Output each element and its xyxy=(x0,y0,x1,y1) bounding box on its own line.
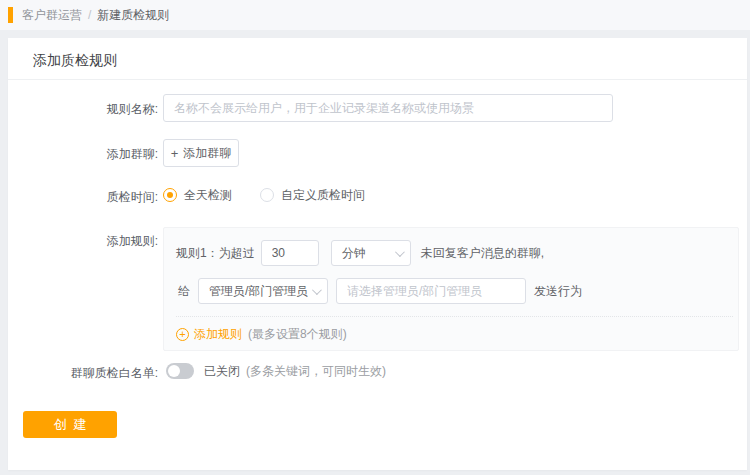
breadcrumb-section[interactable]: 客户群运营 xyxy=(22,7,82,24)
whitelist-row: 已关闭 (多条关键词，可同时生效) xyxy=(166,362,386,380)
breadcrumb-separator: / xyxy=(88,8,91,22)
rules-panel: 规则1：为超过 分钟 未回复客户消息的群聊, 给 管理员/部门管理员 发送行为 … xyxy=(163,227,739,351)
accent-bar-icon xyxy=(8,7,13,23)
rule-name-label: 规则名称: xyxy=(8,101,158,118)
breadcrumb-current: 新建质检规则 xyxy=(97,7,169,24)
plus-circle-icon: + xyxy=(176,328,189,341)
rule-name-input[interactable] xyxy=(163,94,613,122)
panel-dotted-divider xyxy=(176,316,733,317)
chevron-down-icon xyxy=(395,247,405,257)
title-divider xyxy=(8,79,747,80)
whitelist-hint: (多条关键词，可同时生效) xyxy=(246,363,386,380)
radio-custom-time-label[interactable]: 自定义质检时间 xyxy=(281,187,365,204)
rules-label: 添加规则: xyxy=(8,233,158,250)
rule1-condition-row: 规则1：为超过 分钟 未回复客户消息的群聊, xyxy=(176,240,544,266)
add-group-button-label: 添加群聊 xyxy=(183,145,231,162)
inspect-time-radio-group: 全天检测 自定义质检时间 xyxy=(163,184,365,206)
rule1-recipient-value: 管理员/部门管理员 xyxy=(209,283,308,300)
add-rule-hint: (最多设置8个规则) xyxy=(248,326,347,343)
chevron-down-icon xyxy=(312,285,322,295)
rule1-condition-suffix: 未回复客户消息的群聊, xyxy=(421,245,544,262)
plus-icon: + xyxy=(171,147,179,160)
radio-all-day-label[interactable]: 全天检测 xyxy=(184,187,232,204)
whitelist-state: 已关闭 xyxy=(204,363,240,380)
add-group-button[interactable]: + 添加群聊 xyxy=(163,139,239,167)
create-button[interactable]: 创建 xyxy=(23,411,117,438)
inspect-time-label: 质检时间: xyxy=(8,189,158,206)
radio-all-day[interactable] xyxy=(163,188,177,202)
breadcrumb: 客户群运营 / 新建质检规则 xyxy=(22,7,169,24)
rule1-action-row: 给 管理员/部门管理员 发送行为 xyxy=(178,278,582,304)
toggle-knob xyxy=(168,365,180,377)
breadcrumb-bar: 客户群运营 / 新建质检规则 xyxy=(0,0,750,30)
rule1-to-label: 给 xyxy=(178,283,190,300)
rule1-recipient-input[interactable] xyxy=(336,278,526,304)
rule1-duration-input[interactable] xyxy=(261,240,319,266)
main-card: 添加质检规则 规则名称: 添加群聊: + 添加群聊 质检时间: 全天检测 自定义… xyxy=(8,38,747,470)
page-title: 添加质检规则 xyxy=(33,52,117,70)
rule1-action-label: 发送行为 xyxy=(534,283,582,300)
rule1-recipient-select[interactable]: 管理员/部门管理员 xyxy=(198,278,328,304)
rule1-unit-value: 分钟 xyxy=(342,245,366,262)
add-group-label: 添加群聊: xyxy=(8,146,158,163)
add-rule-link[interactable]: + 添加规则 (最多设置8个规则) xyxy=(176,323,347,345)
rule1-unit-select[interactable]: 分钟 xyxy=(331,240,411,266)
whitelist-toggle[interactable] xyxy=(166,363,194,379)
add-rule-label: 添加规则 xyxy=(194,326,242,343)
whitelist-label: 群聊质检白名单: xyxy=(8,365,158,382)
rule1-prefix: 规则1：为超过 xyxy=(176,245,255,262)
radio-custom-time[interactable] xyxy=(260,188,274,202)
